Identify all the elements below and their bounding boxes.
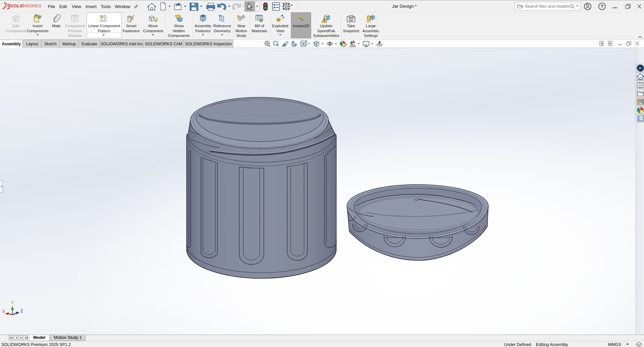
svg-text:X: X — [2, 309, 5, 314]
svg-text:Y: Y — [11, 300, 14, 305]
svg-text:?: ? — [601, 4, 604, 9]
svg-text:Z: Z — [20, 309, 23, 313]
